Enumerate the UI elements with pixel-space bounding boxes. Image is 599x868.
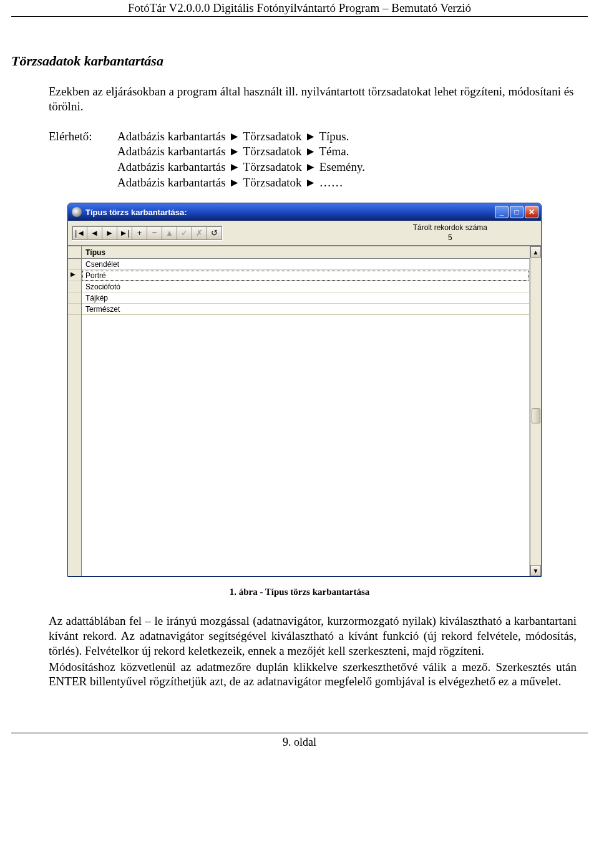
page-header: FotóTár V2.0.0.0 Digitális Fotónyilvánta… — [11, 1, 588, 17]
data-grid[interactable]: Típus Csendélet Portré Szociófotó Tájkép… — [68, 246, 541, 576]
column-header-tipus[interactable]: Típus — [82, 246, 530, 259]
window-title: Típus törzs karbantartása: — [85, 208, 495, 217]
row-indicator — [68, 304, 81, 315]
menu-line: Adatbázis karbantartás ► Törzsadatok ► …… — [117, 175, 588, 191]
menu-access-block: Elérhető: Adatbázis karbantartás ► Törzs… — [49, 129, 588, 191]
menu-line: Adatbázis karbantartás ► Törzsadatok ► T… — [117, 144, 588, 160]
vertical-scrollbar[interactable]: ▲ ▼ — [530, 246, 541, 576]
window-titlebar[interactable]: Típus törzs karbantartása: _ □ ✕ — [68, 203, 541, 221]
menu-label: Elérhető: — [49, 129, 117, 191]
nav-last-button[interactable]: ►| — [117, 226, 132, 240]
row-indicator — [68, 259, 81, 270]
embedded-screenshot: Típus törzs karbantartása: _ □ ✕ |◄ ◄ ► … — [67, 203, 542, 577]
nav-refresh-button[interactable]: ↺ — [207, 226, 222, 240]
close-button[interactable]: ✕ — [525, 206, 538, 218]
scroll-up-icon[interactable]: ▲ — [530, 246, 541, 258]
page-footer: 9. oldal — [11, 733, 588, 749]
scroll-down-icon[interactable]: ▼ — [530, 565, 541, 576]
intro-paragraph: Ezekben az eljárásokban a program által … — [49, 84, 582, 114]
table-row[interactable]: Portré — [82, 270, 529, 281]
section-title: Törzsadatok karbantartása — [11, 53, 588, 69]
menu-line: Adatbázis karbantartás ► Törzsadatok ► E… — [117, 160, 588, 175]
maximize-button[interactable]: □ — [510, 206, 524, 218]
table-row[interactable]: Szociófotó — [82, 281, 529, 292]
nav-add-button[interactable]: + — [132, 226, 147, 240]
nav-remove-button[interactable]: − — [147, 226, 162, 240]
row-indicator — [68, 281, 81, 292]
body-paragraph: Az adattáblában fel – le irányú mozgássa… — [49, 614, 577, 658]
nav-edit-button[interactable]: ▲ — [162, 226, 177, 240]
body-paragraph: Módosításhoz közvetlenül az adatmezőre d… — [49, 660, 577, 690]
row-indicator — [68, 292, 81, 304]
figure-caption: 1. ábra - Típus törzs karbantartása — [11, 587, 588, 597]
minimize-button[interactable]: _ — [495, 206, 509, 218]
row-indicator-current-icon — [68, 270, 81, 281]
navigator-toolbar: |◄ ◄ ► ►| + − ▲ ✓ ✗ ↺ Tárolt rekordok sz… — [68, 221, 541, 246]
scrollbar-thumb[interactable] — [532, 408, 540, 423]
nav-commit-button[interactable]: ✓ — [177, 226, 192, 240]
nav-next-button[interactable]: ► — [102, 226, 117, 240]
table-row[interactable]: Csendélet — [82, 259, 529, 270]
app-icon — [72, 207, 82, 217]
nav-prev-button[interactable]: ◄ — [87, 226, 102, 240]
menu-line: Adatbázis karbantartás ► Törzsadatok ► T… — [117, 129, 588, 145]
nav-first-button[interactable]: |◄ — [72, 226, 87, 240]
record-count-label: Tárolt rekordok száma 5 — [413, 223, 487, 243]
table-row[interactable]: Természet — [82, 304, 529, 315]
nav-cancel-button[interactable]: ✗ — [192, 226, 207, 240]
table-row[interactable]: Tájkép — [82, 292, 529, 304]
